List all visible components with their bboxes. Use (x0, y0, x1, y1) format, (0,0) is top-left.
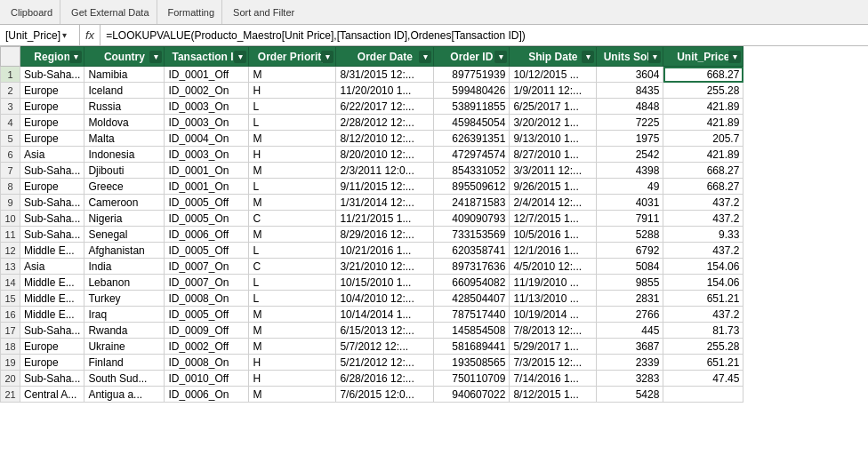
cell-region[interactable]: Europe (20, 339, 84, 355)
table-row[interactable]: 18EuropeUkraineID_0002_OffM5/7/2012 12:.… (1, 339, 743, 355)
cell-orderdate[interactable]: 8/29/2016 12:... (336, 227, 434, 243)
cell-shipdate[interactable]: 4/5/2010 12:... (510, 259, 597, 275)
cell-orderdate[interactable]: 8/20/2010 12:... (336, 147, 434, 163)
table-row[interactable]: 3EuropeRussiaID_0003_OnL6/22/2017 12:...… (1, 99, 743, 115)
cell-unitprice[interactable]: 47.45 (663, 371, 743, 387)
row-number[interactable]: 12 (1, 243, 20, 259)
cell-unitprice[interactable] (663, 387, 743, 403)
cell-orderdate[interactable]: 2/28/2012 12:... (336, 115, 434, 131)
cell-orderid[interactable]: 472974574 (434, 147, 510, 163)
cell-unitprice[interactable]: 437.2 (663, 195, 743, 211)
orderid-filter-icon[interactable]: ▾ (494, 51, 507, 63)
cell-shipdate[interactable]: 9/13/2010 1... (510, 131, 597, 147)
cell-shipdate[interactable]: 5/29/2017 1... (510, 339, 597, 355)
cell-transid[interactable]: ID_0002_Off (165, 339, 249, 355)
cell-country[interactable]: Afghanistan (84, 243, 165, 259)
cell-unitprice[interactable]: 668.27 (663, 163, 743, 179)
cell-orderpri[interactable]: M (249, 131, 336, 147)
cell-unitprice[interactable]: 421.89 (663, 147, 743, 163)
cell-unitssold[interactable]: 4031 (597, 195, 663, 211)
table-row[interactable]: 9Sub-Saha...CameroonID_0005_OffM1/31/201… (1, 195, 743, 211)
table-row[interactable]: 21Central A...Antigua a...ID_0006_OnM7/6… (1, 387, 743, 403)
cell-orderpri[interactable]: M (249, 307, 336, 323)
cell-region[interactable]: Sub-Saha... (20, 67, 84, 83)
cell-shipdate[interactable]: 11/13/2010 ... (510, 291, 597, 307)
cell-unitprice[interactable]: 668.27 (663, 179, 743, 195)
cell-orderpri[interactable]: M (249, 339, 336, 355)
cell-orderpri[interactable]: M (249, 67, 336, 83)
row-number[interactable]: 8 (1, 179, 20, 195)
cell-region[interactable]: Asia (20, 147, 84, 163)
cell-orderpri[interactable]: L (249, 243, 336, 259)
col-header-region[interactable]: Region ▾ (20, 47, 84, 67)
cell-unitprice[interactable]: 651.21 (663, 291, 743, 307)
row-number[interactable]: 16 (1, 307, 20, 323)
cell-country[interactable]: Turkey (84, 291, 165, 307)
cell-country[interactable]: Iceland (84, 83, 165, 99)
cell-orderid[interactable]: 750110709 (434, 371, 510, 387)
cell-unitprice[interactable]: 255.28 (663, 83, 743, 99)
row-number[interactable]: 13 (1, 259, 20, 275)
cell-shipdate[interactable]: 3/3/2011 12:... (510, 163, 597, 179)
col-header-orderdate[interactable]: Order Date ▾ (336, 47, 434, 67)
cell-orderdate[interactable]: 10/15/2010 1... (336, 275, 434, 291)
cell-orderpri[interactable]: M (249, 195, 336, 211)
cell-region[interactable]: Middle E... (20, 307, 84, 323)
cell-shipdate[interactable]: 10/19/2014 ... (510, 307, 597, 323)
cell-orderdate[interactable]: 6/22/2017 12:... (336, 99, 434, 115)
formula-text[interactable]: =LOOKUPVALUE(Producto_Maestro[Unit Price… (100, 29, 868, 42)
cell-orderpri[interactable]: M (249, 163, 336, 179)
cell-country[interactable]: Djibouti (84, 163, 165, 179)
cell-transid[interactable]: ID_0005_Off (165, 307, 249, 323)
table-row[interactable]: 5EuropeMaltaID_0004_OnM8/12/2010 12:...6… (1, 131, 743, 147)
row-number[interactable]: 5 (1, 131, 20, 147)
cell-unitssold[interactable]: 2542 (597, 147, 663, 163)
cell-unitprice[interactable]: 255.28 (663, 339, 743, 355)
cell-country[interactable]: Iraq (84, 307, 165, 323)
table-row[interactable]: 17Sub-Saha...RwandaID_0009_OffM6/15/2013… (1, 323, 743, 339)
cell-unitssold[interactable]: 3604 (597, 67, 663, 83)
cell-country[interactable]: Senegal (84, 227, 165, 243)
cell-transid[interactable]: ID_0007_On (165, 259, 249, 275)
cell-unitssold[interactable]: 2339 (597, 355, 663, 371)
cell-orderid[interactable]: 626391351 (434, 131, 510, 147)
table-row[interactable]: 13AsiaIndiaID_0007_OnC3/21/2010 12:...89… (1, 259, 743, 275)
cell-unitssold[interactable]: 5428 (597, 387, 663, 403)
table-row[interactable]: 6AsiaIndonesiaID_0003_OnH8/20/2010 12:..… (1, 147, 743, 163)
cell-region[interactable]: Sub-Saha... (20, 211, 84, 227)
cell-region[interactable]: Sub-Saha... (20, 195, 84, 211)
row-number[interactable]: 2 (1, 83, 20, 99)
table-row[interactable]: 1Sub-Saha...NamibiaID_0001_OffM8/31/2015… (1, 67, 743, 83)
table-row[interactable]: 11Sub-Saha...SenegalID_0006_OffM8/29/201… (1, 227, 743, 243)
cell-unitprice[interactable]: 205.7 (663, 131, 743, 147)
table-row[interactable]: 14Middle E...LebanonID_0007_OnL10/15/201… (1, 275, 743, 291)
cell-unitprice[interactable]: 81.73 (663, 323, 743, 339)
cell-region[interactable]: Sub-Saha... (20, 323, 84, 339)
cell-shipdate[interactable]: 6/25/2017 1... (510, 99, 597, 115)
cell-unitprice[interactable]: 154.06 (663, 259, 743, 275)
cell-shipdate[interactable]: 12/7/2015 1... (510, 211, 597, 227)
cell-shipdate[interactable]: 7/14/2016 1... (510, 371, 597, 387)
cell-shipdate[interactable]: 7/8/2013 12:... (510, 323, 597, 339)
cell-orderdate[interactable]: 5/21/2012 12:... (336, 355, 434, 371)
cell-orderpri[interactable]: H (249, 355, 336, 371)
cell-region[interactable]: Asia (20, 259, 84, 275)
cell-orderid[interactable]: 409090793 (434, 211, 510, 227)
cell-shipdate[interactable]: 11/19/2010 ... (510, 275, 597, 291)
cell-unitssold[interactable]: 2766 (597, 307, 663, 323)
cell-unitssold[interactable]: 2831 (597, 291, 663, 307)
cell-orderid[interactable]: 660954082 (434, 275, 510, 291)
col-header-country[interactable]: Country ▾ (84, 47, 165, 67)
row-number[interactable]: 1 (1, 67, 20, 83)
cell-unitprice[interactable]: 437.2 (663, 307, 743, 323)
cell-orderdate[interactable]: 3/21/2010 12:... (336, 259, 434, 275)
cell-region[interactable]: Middle E... (20, 275, 84, 291)
cell-orderpri[interactable]: C (249, 211, 336, 227)
cell-shipdate[interactable]: 12/1/2016 1... (510, 243, 597, 259)
cell-transid[interactable]: ID_0005_On (165, 211, 249, 227)
row-number[interactable]: 4 (1, 115, 20, 131)
table-row[interactable]: 15Middle E...TurkeyID_0008_OnL10/4/2010 … (1, 291, 743, 307)
cell-unitprice[interactable]: 437.2 (663, 243, 743, 259)
cell-orderid[interactable]: 193508565 (434, 355, 510, 371)
cell-orderid[interactable]: 581689441 (434, 339, 510, 355)
